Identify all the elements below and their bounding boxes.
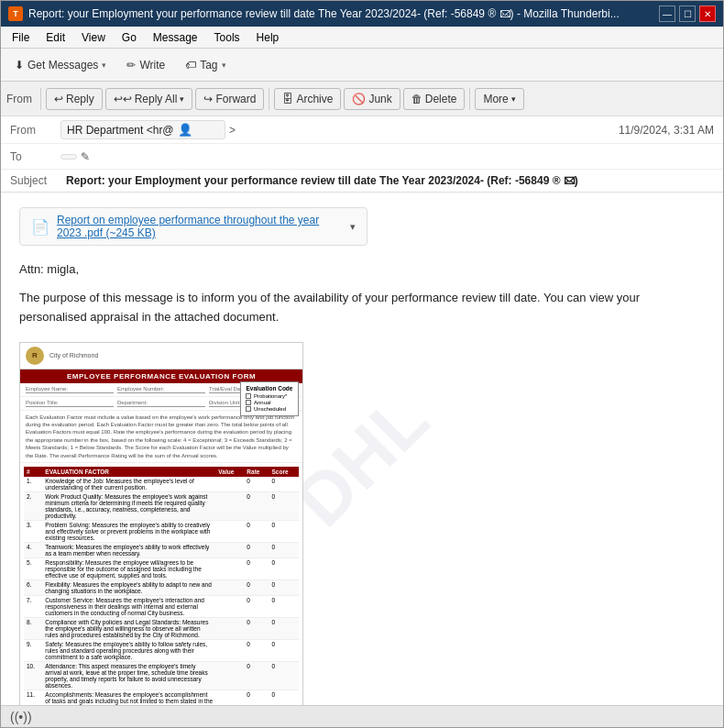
delete-icon: 🗑 xyxy=(411,93,422,105)
pdf-table-row-3-col-1: Teamwork: Measures the employee's abilit… xyxy=(42,542,215,557)
tag-arrow: ▾ xyxy=(222,61,226,70)
separator-3 xyxy=(469,88,470,110)
reply-all-button[interactable]: ↩↩ Reply All ▾ xyxy=(105,88,193,110)
pdf-field-position: Position Title: xyxy=(26,400,114,407)
pdf-table-row-8-col-4: 0 xyxy=(269,639,299,661)
sender-name: HR Department <hr@ xyxy=(67,124,174,137)
close-button[interactable]: ✕ xyxy=(699,6,716,22)
pdf-table-row-1-col-3: 0 xyxy=(244,491,269,520)
pdf-table-row-6-col-4: 0 xyxy=(269,595,299,617)
from-label: From xyxy=(6,93,32,105)
reply-button[interactable]: ↩ Reply xyxy=(46,88,103,110)
reply-label: Reply xyxy=(66,93,94,105)
pdf-table-row-2-col-3: 0 xyxy=(244,520,269,542)
attachment-file-icon: 📄 xyxy=(31,218,49,236)
pdf-table-row-8-col-3: 0 xyxy=(244,639,269,661)
pdf-table-row-3-col-4: 0 xyxy=(269,542,299,557)
email-content-area: DHL 📄 Report on employee performance thr… xyxy=(1,193,723,727)
reply-all-icon: ↩↩ xyxy=(114,93,132,105)
reply-all-label: Reply All xyxy=(135,93,178,105)
get-messages-arrow: ▾ xyxy=(102,61,106,70)
pdf-table-container: # EVALUATION FACTOR Value Rate Score 1.K… xyxy=(20,467,302,712)
archive-button[interactable]: 🗄 Archive xyxy=(274,88,341,110)
window-controls: — ☐ ✕ xyxy=(659,6,716,22)
menu-file[interactable]: File xyxy=(5,29,37,46)
pdf-logo-row: R City of Richmond xyxy=(20,343,302,370)
main-window: T Report: your Employment your performan… xyxy=(0,0,724,728)
archive-icon: 🗄 xyxy=(282,93,293,105)
menu-go[interactable]: Go xyxy=(115,29,144,46)
separator-1 xyxy=(40,88,41,110)
pdf-table-row-3-col-2 xyxy=(215,542,244,557)
pdf-table-row-9-col-2 xyxy=(215,661,244,689)
minimize-button[interactable]: — xyxy=(659,6,675,22)
pdf-table-row: 3.Problem Solving: Measures the employee… xyxy=(24,520,299,542)
from-field-label: From xyxy=(10,124,60,137)
pdf-col-score: Score xyxy=(269,467,299,477)
pdf-table-row-4-col-2 xyxy=(215,557,244,579)
pdf-eval-annual: Annual xyxy=(246,400,293,405)
pdf-table-row-7-col-4: 0 xyxy=(269,617,299,639)
junk-button[interactable]: 🚫 Junk xyxy=(344,88,400,110)
delete-button[interactable]: 🗑 Delete xyxy=(403,88,466,110)
pdf-col-value: Value xyxy=(215,467,244,477)
separator-2 xyxy=(269,88,269,110)
attachment-bar[interactable]: 📄 Report on employee performance through… xyxy=(19,207,367,246)
menu-message[interactable]: Message xyxy=(146,29,205,46)
pdf-table-row-4-col-1: Responsibility: Measures the employee wi… xyxy=(42,557,215,579)
pdf-table-row-2-col-4: 0 xyxy=(269,520,299,542)
get-messages-button[interactable]: ⬇ Get Messages ▾ xyxy=(6,54,115,76)
pdf-name-label: Employee Name: xyxy=(26,386,114,392)
forward-button[interactable]: ↪ Forward xyxy=(195,88,264,110)
pdf-eval-probationary: Probationary* xyxy=(246,393,293,399)
write-label: Write xyxy=(139,59,165,72)
tag-button[interactable]: 🏷 Tag ▾ xyxy=(177,54,234,76)
more-button[interactable]: More ▾ xyxy=(475,88,523,110)
pdf-intro-text: Each Evaluation Factor must include a va… xyxy=(20,411,302,463)
to-field-value: ✎ xyxy=(60,150,714,163)
to-contact-icon[interactable]: ✎ xyxy=(81,150,90,163)
statusbar: ((•)) xyxy=(1,705,723,727)
pdf-table-row-0-col-4: 0 xyxy=(269,477,299,492)
pdf-position-label: Position Title: xyxy=(26,400,114,405)
pdf-org-name: City of Richmond xyxy=(49,352,98,358)
watermark: DHL xyxy=(279,377,444,543)
subject-field-label: Subject xyxy=(10,174,60,187)
pdf-table-row-8-col-1: Safety: Measures the employee's ability … xyxy=(42,639,215,661)
pdf-table-row-5-col-0: 6. xyxy=(24,579,42,595)
to-address xyxy=(60,154,77,160)
pdf-table-row-1-col-1: Work Product Quality: Measures the emplo… xyxy=(42,491,215,520)
pdf-col-factor: EVALUATION FACTOR xyxy=(42,467,215,477)
archive-label: Archive xyxy=(296,93,333,105)
pdf-table-row: 6.Flexibility: Measures the employee's a… xyxy=(24,579,299,595)
pdf-table-row-6-col-3: 0 xyxy=(244,595,269,617)
pdf-table-row-8-col-2 xyxy=(215,639,244,661)
get-messages-label: Get Messages xyxy=(27,59,98,72)
menubar: File Edit View Go Message Tools Help xyxy=(1,27,723,49)
reply-all-arrow: ▾ xyxy=(180,94,184,104)
window-title: Report: your Employment your performance… xyxy=(28,7,659,20)
tag-icon: 🏷 xyxy=(185,59,196,72)
write-button[interactable]: ✏ Write xyxy=(118,54,173,76)
pdf-dept-label: Department: xyxy=(117,400,205,405)
pdf-eval-label-annual: Annual xyxy=(254,400,271,405)
pdf-table-row: 8.Compliance with City policies and Lega… xyxy=(24,617,299,639)
subject-row: Subject Report: your Employment your per… xyxy=(1,170,723,192)
email-toolbar: From ↩ Reply ↩↩ Reply All ▾ ↪ Forward 🗄 … xyxy=(1,82,723,116)
from-field-value: HR Department <hr@ 👤 > xyxy=(60,120,619,139)
main-toolbar: ⬇ Get Messages ▾ ✏ Write 🏷 Tag ▾ xyxy=(1,49,723,82)
menu-edit[interactable]: Edit xyxy=(38,29,72,46)
attachment-dropdown-icon[interactable]: ▾ xyxy=(350,221,356,233)
email-greeting: Attn: migla, xyxy=(19,262,705,276)
pdf-table-row-4-col-3: 0 xyxy=(244,557,269,579)
pdf-eval-label-probationary: Probationary* xyxy=(254,393,287,399)
pdf-table-row-7-col-3: 0 xyxy=(244,617,269,639)
message-headers: From HR Department <hr@ 👤 > 11/9/2024, 3… xyxy=(1,116,723,193)
menu-help[interactable]: Help xyxy=(249,29,287,46)
pdf-table-row: 7.Customer Service: Measures the employe… xyxy=(24,595,299,617)
pdf-table-row-1-col-0: 2. xyxy=(24,491,42,520)
menu-tools[interactable]: Tools xyxy=(207,29,247,46)
maximize-button[interactable]: ☐ xyxy=(679,6,696,22)
email-body-text: The purpose of this message is to inform… xyxy=(19,289,705,327)
menu-view[interactable]: View xyxy=(74,29,113,46)
